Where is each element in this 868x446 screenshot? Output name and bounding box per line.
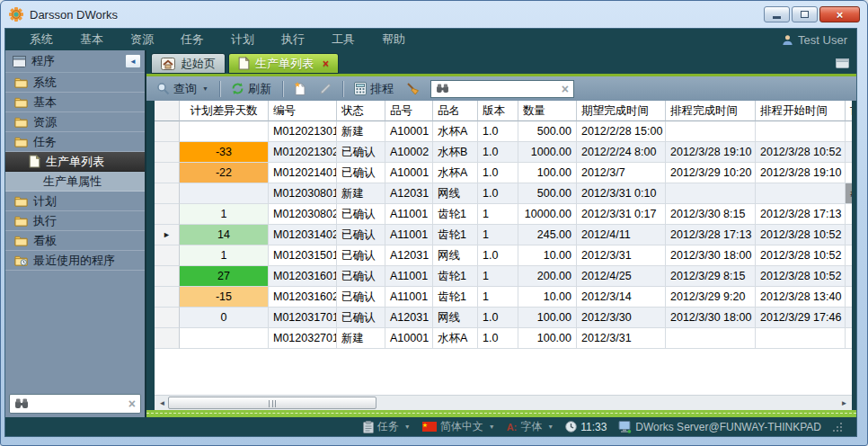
cell-sched_end[interactable]: 2012/3/28 19:10 bbox=[666, 142, 756, 163]
sidebar-item-基本[interactable]: 基本 bbox=[5, 93, 145, 112]
cell-extra[interactable] bbox=[846, 204, 852, 225]
cell-sched_end[interactable] bbox=[666, 121, 756, 142]
menu-item-资源[interactable]: 资源 bbox=[117, 29, 167, 50]
sidebar-item-任务[interactable]: 任务 bbox=[5, 132, 145, 152]
cell-status[interactable]: 新建 bbox=[337, 121, 385, 142]
resize-grip[interactable] bbox=[833, 423, 842, 432]
cell-status[interactable]: 新建 bbox=[337, 328, 385, 349]
table-row[interactable]: -15M012031602已确认A11001齿轮1110.002012/3/14… bbox=[155, 287, 852, 308]
cell-sched_end[interactable]: 2012/3/29 8:15 bbox=[666, 266, 756, 287]
column-header-id[interactable]: 编号 bbox=[269, 101, 337, 121]
cell-item_name[interactable]: 网线 bbox=[433, 245, 478, 266]
cell-version[interactable]: 1.0 bbox=[478, 183, 518, 204]
sidebar-search-input[interactable] bbox=[33, 397, 124, 411]
cell-extra[interactable]: # bbox=[846, 183, 852, 204]
table-row[interactable]: 0M012031701已确认A12031网线1.0100.002012/3/30… bbox=[155, 308, 852, 328]
cell-expected[interactable]: 2012/3/31 0:17 bbox=[577, 204, 666, 225]
cell-status[interactable]: 已确认 bbox=[337, 245, 385, 266]
cell-expected[interactable]: 2012/2/24 8:00 bbox=[577, 142, 666, 163]
cell-diff[interactable] bbox=[180, 328, 269, 349]
cell-extra[interactable] bbox=[846, 245, 852, 266]
cell-qty[interactable]: 10000.00 bbox=[518, 204, 577, 225]
cell-item_name[interactable]: 齿轮1 bbox=[433, 225, 478, 245]
cell-expected[interactable]: 2012/3/30 bbox=[577, 308, 666, 328]
column-header-status[interactable]: 状态 bbox=[337, 101, 385, 121]
column-header-sched_end[interactable]: 排程完成时间 bbox=[666, 101, 756, 121]
query-button[interactable]: 查询 ▼ bbox=[152, 79, 213, 99]
cell-id[interactable]: M012031601 bbox=[269, 266, 337, 287]
table-row[interactable]: 27M012031601已确认A11001齿轮11200.002012/4/25… bbox=[155, 266, 852, 287]
cell-item_no[interactable]: A12031 bbox=[385, 245, 433, 266]
cell-rowhead[interactable] bbox=[155, 245, 180, 266]
cell-item_name[interactable]: 齿轮1 bbox=[433, 287, 478, 308]
cell-qty[interactable]: 245.00 bbox=[518, 225, 577, 245]
cell-rowhead[interactable] bbox=[155, 308, 180, 328]
sidebar-collapse-button[interactable]: ◄ bbox=[125, 54, 141, 68]
cell-diff[interactable]: -15 bbox=[180, 287, 269, 308]
cell-rowhead[interactable]: ► bbox=[155, 225, 180, 245]
cell-diff[interactable]: -33 bbox=[180, 142, 269, 163]
cell-extra[interactable] bbox=[846, 225, 852, 245]
cell-item_name[interactable]: 水杯A bbox=[433, 121, 478, 142]
column-header-item_no[interactable]: 品号 bbox=[385, 101, 433, 121]
maximize-button[interactable] bbox=[792, 6, 818, 22]
user-indicator[interactable]: Test User bbox=[782, 33, 847, 47]
menu-item-执行[interactable]: 执行 bbox=[268, 29, 318, 50]
cell-extra[interactable] bbox=[846, 163, 852, 183]
cell-item_no[interactable]: A10001 bbox=[385, 121, 433, 142]
tab-list-button[interactable] bbox=[836, 56, 849, 72]
cell-version[interactable]: 1.0 bbox=[478, 328, 518, 349]
cell-sched_start[interactable] bbox=[756, 328, 846, 349]
cell-version[interactable]: 1.0 bbox=[478, 245, 518, 266]
cell-version[interactable]: 1 bbox=[478, 225, 518, 245]
task-menu[interactable]: 任务 ▼ bbox=[363, 419, 411, 434]
cell-item_no[interactable]: A11001 bbox=[385, 287, 433, 308]
cell-sched_end[interactable] bbox=[666, 183, 756, 204]
minimize-button[interactable] bbox=[764, 6, 790, 22]
column-header-extra[interactable]: 首 bbox=[846, 101, 852, 121]
cell-id[interactable]: M012031501 bbox=[269, 245, 337, 266]
cell-sched_start[interactable]: 2012/3/28 10:52 bbox=[756, 245, 846, 266]
cell-status[interactable]: 已确认 bbox=[337, 142, 385, 163]
cell-diff[interactable] bbox=[180, 183, 269, 204]
cell-version[interactable]: 1.0 bbox=[478, 121, 518, 142]
cell-sched_start[interactable]: 2012/3/28 17:13 bbox=[756, 204, 846, 225]
cell-item_name[interactable]: 网线 bbox=[433, 183, 478, 204]
cell-status[interactable]: 已确认 bbox=[337, 225, 385, 245]
cell-rowhead[interactable] bbox=[155, 204, 180, 225]
cell-item_no[interactable]: A11001 bbox=[385, 204, 433, 225]
tab-close-icon[interactable]: × bbox=[323, 58, 329, 70]
cell-rowhead[interactable] bbox=[155, 266, 180, 287]
cell-status[interactable]: 已确认 bbox=[337, 266, 385, 287]
cell-expected[interactable]: 2012/3/31 bbox=[577, 245, 666, 266]
sidebar-item-生产单列表[interactable]: 生产单列表 bbox=[5, 152, 145, 172]
table-row[interactable]: M012030801新建A12031网线1.0500.002012/3/31 0… bbox=[155, 183, 852, 204]
sidebar-item-资源[interactable]: 资源 bbox=[5, 112, 145, 132]
cell-version[interactable]: 1 bbox=[478, 266, 518, 287]
cell-id[interactable]: M012031402 bbox=[269, 225, 337, 245]
cell-sched_start[interactable]: 2012/3/28 10:52 bbox=[756, 142, 846, 163]
cell-item_name[interactable]: 水杯B bbox=[433, 142, 478, 163]
cell-version[interactable]: 1.0 bbox=[478, 163, 518, 183]
horizontal-scrollbar[interactable]: ◄ ► bbox=[155, 395, 852, 410]
cell-rowhead[interactable] bbox=[155, 142, 180, 163]
cell-extra[interactable] bbox=[846, 142, 852, 163]
cell-sched_end[interactable]: 2012/3/28 17:13 bbox=[666, 225, 756, 245]
cell-sched_start[interactable]: 2012/3/29 17:46 bbox=[756, 308, 846, 328]
schedule-button[interactable]: 排程 bbox=[350, 79, 398, 99]
cell-sched_start[interactable]: 2012/3/28 13:40 bbox=[756, 287, 846, 308]
refresh-button[interactable]: 刷新 bbox=[226, 79, 276, 99]
cell-diff[interactable]: 27 bbox=[180, 266, 269, 287]
table-row[interactable]: ►14M012031402已确认A11001齿轮11245.002012/4/1… bbox=[155, 225, 852, 245]
cell-id[interactable]: M012021401 bbox=[269, 163, 337, 183]
sidebar-item-生产单属性[interactable]: 生产单属性 bbox=[5, 172, 145, 192]
cell-version[interactable]: 1.0 bbox=[478, 308, 518, 328]
cell-rowhead[interactable] bbox=[155, 183, 180, 204]
column-header-item_name[interactable]: 品名 bbox=[433, 101, 478, 121]
menu-item-系统[interactable]: 系统 bbox=[16, 29, 66, 50]
scroll-right-button[interactable]: ► bbox=[837, 396, 852, 410]
new-button[interactable] bbox=[289, 80, 311, 97]
cell-status[interactable]: 已确认 bbox=[337, 308, 385, 328]
cell-rowhead[interactable] bbox=[155, 121, 180, 142]
cell-item_no[interactable]: A11001 bbox=[385, 266, 433, 287]
